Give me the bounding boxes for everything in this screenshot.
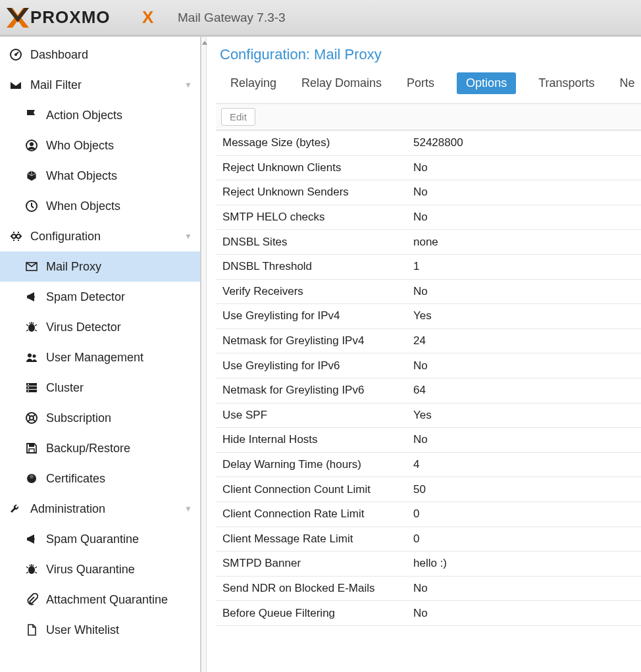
sidebar-item-label: Dashboard — [30, 48, 88, 62]
option-value: No — [408, 607, 641, 620]
option-row[interactable]: Client Connection Rate Limit0 — [216, 502, 641, 527]
option-key: Send NDR on Blocked E-Mails — [216, 582, 408, 595]
sidebar-item-virus-quarantine[interactable]: Virus Quarantine — [0, 554, 200, 584]
sidebar-item-dashboard[interactable]: Dashboard — [0, 39, 200, 70]
option-row[interactable]: Client Message Rate Limit0 — [216, 527, 641, 552]
option-row[interactable]: SMTPD Bannerhello :) — [216, 552, 641, 577]
sidebar-item-attachment-quarantine[interactable]: Attachment Quarantine — [0, 584, 200, 615]
sidebar-item-label: Administration — [30, 502, 105, 516]
option-row[interactable]: SMTP HELO checksNo — [216, 205, 641, 230]
option-key: Use Greylisting for IPv4 — [216, 309, 408, 323]
edit-button[interactable]: Edit — [221, 108, 255, 126]
option-key: Client Connection Count Limit — [216, 483, 408, 496]
tab-relaying[interactable]: Relaying — [228, 72, 279, 94]
sidebar-item-who-objects[interactable]: Who Objects — [0, 130, 200, 161]
wrench-icon — [8, 502, 24, 515]
app-header: PROXMO X Mail Gateway 7.3-3 — [0, 0, 641, 36]
option-row[interactable]: Reject Unknown ClientsNo — [216, 156, 641, 181]
option-value: Yes — [408, 309, 641, 323]
gears-icon — [8, 230, 24, 243]
sidebar-item-when-objects[interactable]: When Objects — [0, 191, 200, 221]
floppy-icon — [24, 442, 39, 455]
server-icon — [24, 381, 39, 394]
option-key: Use Greylisting for IPv6 — [216, 359, 408, 373]
sidebar-item-cluster[interactable]: Cluster — [0, 373, 200, 403]
tab-transports[interactable]: Transports — [536, 72, 597, 94]
sidebar-item-label: Virus Quarantine — [46, 563, 135, 577]
certificate-icon — [24, 472, 39, 485]
sidebar-item-subscription[interactable]: Subscription — [0, 403, 200, 433]
sidebar-item-administration[interactable]: Administration▼ — [0, 494, 200, 524]
sidebar-item-label: Mail Proxy — [46, 260, 101, 274]
sidebar-item-user-management[interactable]: User Management — [0, 342, 200, 373]
proxmox-wordmark: PROXMO X — [30, 8, 168, 28]
bullhorn-icon — [24, 290, 39, 303]
clock-icon — [24, 199, 39, 213]
sidebar-item-mail-filter[interactable]: Mail Filter▼ — [0, 70, 200, 100]
chevron-down-icon: ▼ — [184, 504, 192, 513]
option-key: Client Message Rate Limit — [216, 532, 408, 546]
option-row[interactable]: DNSBL Sitesnone — [216, 230, 641, 255]
sidebar-item-configuration[interactable]: Configuration▼ — [0, 221, 200, 251]
option-value: No — [408, 359, 641, 373]
sidebar-item-action-objects[interactable]: Action Objects — [0, 100, 200, 130]
sidebar-item-certificates[interactable]: Certificates — [0, 463, 200, 494]
option-row[interactable]: DNSBL Threshold1 — [216, 255, 641, 280]
option-value: No — [408, 186, 641, 199]
chevron-down-icon: ▼ — [184, 80, 192, 90]
sidebar-item-backup-restore[interactable]: Backup/Restore — [0, 433, 200, 463]
option-key: Delay Warning Time (hours) — [216, 458, 408, 471]
option-row[interactable]: Delay Warning Time (hours)4 — [216, 453, 641, 478]
option-row[interactable]: Message Size (bytes)52428800 — [216, 131, 641, 156]
app-title: Mail Gateway 7.3-3 — [178, 11, 286, 25]
cube-icon — [24, 169, 39, 182]
sidebar-item-label: User Whitelist — [46, 623, 119, 637]
option-value: 1 — [408, 260, 641, 273]
option-row[interactable]: Reject Unknown SendersNo — [216, 180, 641, 205]
flag-icon — [24, 109, 39, 122]
users-icon — [24, 351, 39, 364]
sidebar-item-spam-detector[interactable]: Spam Detector — [0, 282, 200, 312]
option-value: 24 — [408, 334, 641, 348]
sidebar-item-label: Action Objects — [46, 109, 122, 122]
bullhorn-icon — [24, 532, 39, 546]
option-row[interactable]: Before Queue FilteringNo — [216, 601, 641, 626]
sidebar-item-mail-proxy[interactable]: Mail Proxy — [0, 251, 200, 282]
sidebar-item-user-whitelist[interactable]: User Whitelist — [0, 615, 200, 645]
sidebar-item-spam-quarantine[interactable]: Spam Quarantine — [0, 524, 200, 554]
option-row[interactable]: Client Connection Count Limit50 — [216, 477, 641, 502]
envelope-outline-icon — [24, 260, 39, 273]
option-key: Message Size (bytes) — [216, 136, 408, 149]
sidebar-item-label: When Objects — [46, 199, 120, 213]
option-row[interactable]: Use Greylisting for IPv4Yes — [216, 304, 641, 329]
option-key: SMTPD Banner — [216, 557, 408, 570]
option-value: 50 — [408, 483, 641, 496]
option-row[interactable]: Use Greylisting for IPv6No — [216, 353, 641, 378]
lifebuoy-icon — [24, 411, 39, 425]
option-row[interactable]: Netmask for Greylisting IPv424 — [216, 329, 641, 354]
option-key: Reject Unknown Clients — [216, 161, 408, 174]
option-row[interactable]: Verify ReceiversNo — [216, 280, 641, 305]
option-value: Yes — [408, 409, 641, 422]
option-value: 64 — [408, 384, 641, 397]
sidebar-item-what-objects[interactable]: What Objects — [0, 161, 200, 191]
option-value: 0 — [408, 532, 641, 546]
tab-ne[interactable]: Ne — [617, 72, 638, 94]
tab-options[interactable]: Options — [457, 72, 516, 94]
envelope-icon — [8, 78, 24, 91]
option-key: Hide Internal Hosts — [216, 433, 408, 446]
option-row[interactable]: Send NDR on Blocked E-MailsNo — [216, 577, 641, 602]
option-row[interactable]: Netmask for Greylisting IPv664 — [216, 378, 641, 403]
option-row[interactable]: Use SPFYes — [216, 403, 641, 428]
tab-ports[interactable]: Ports — [404, 72, 437, 94]
sidebar-item-label: Who Objects — [46, 139, 114, 153]
option-key: Verify Receivers — [216, 285, 408, 298]
splitter-handle[interactable] — [201, 37, 207, 672]
option-value: 0 — [408, 507, 641, 521]
sidebar-item-virus-detector[interactable]: Virus Detector — [0, 312, 200, 342]
sidebar-item-label: Attachment Quarantine — [46, 593, 168, 607]
sidebar-item-label: Cluster — [46, 381, 84, 395]
option-key: Reject Unknown Senders — [216, 186, 408, 199]
tab-relay-domains[interactable]: Relay Domains — [299, 72, 384, 94]
option-row[interactable]: Hide Internal HostsNo — [216, 428, 641, 453]
